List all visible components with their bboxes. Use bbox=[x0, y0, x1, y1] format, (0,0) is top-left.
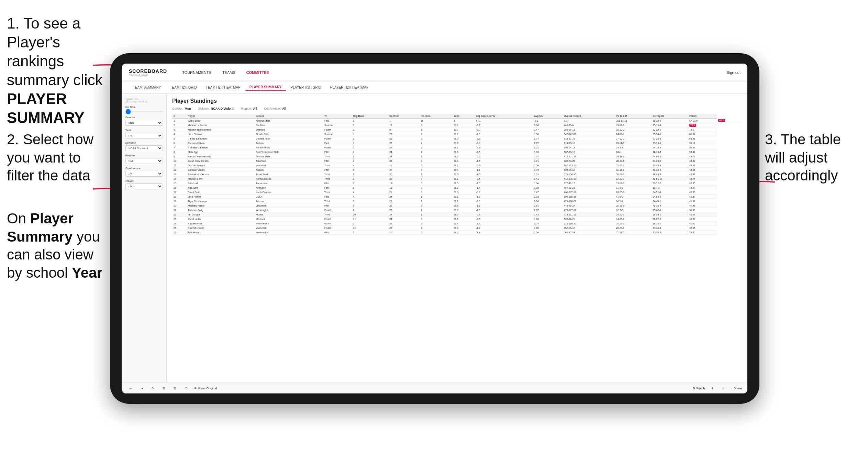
gender-display-value: Men bbox=[185, 107, 191, 110]
table-row[interactable]: 24Bastien AmatNew MexicoFourth127269.4-1… bbox=[172, 221, 742, 226]
col-wins: Wins bbox=[452, 114, 475, 119]
table-row[interactable]: 20Matthew RiedelVanderbiltFifth522068.8-… bbox=[172, 203, 742, 208]
col-player: Player bbox=[186, 114, 254, 119]
no-rds-label: No Rds. bbox=[125, 105, 163, 109]
step3-text: 3. The table will adjust accordingly bbox=[765, 131, 841, 184]
nav-teams[interactable]: TEAMS bbox=[218, 68, 240, 77]
download-button[interactable]: ⬇ bbox=[709, 386, 716, 391]
table-row[interactable]: 17David FordNorth CarolinaThird421069.0-… bbox=[172, 190, 742, 194]
table-row[interactable]: 2Michael Le SassoOle MissSecond118067.1-… bbox=[172, 123, 742, 127]
table-row[interactable]: 18Luke PowellUCLAFirst424169.1-1.81.1350… bbox=[172, 194, 742, 199]
refresh-button[interactable]: ⟳ bbox=[149, 386, 156, 391]
app-logo-sub: Powered by dippd bbox=[129, 74, 167, 76]
col-no-rds: No. Rds. bbox=[420, 114, 453, 119]
region-filter-label: Region bbox=[125, 154, 163, 157]
logo-area: SCOREBOARD Powered by dippd bbox=[129, 68, 167, 76]
table-row[interactable]: 3Michael ThorbjornsenStanfordFourth28168… bbox=[172, 127, 742, 132]
undo-button[interactable]: ↩ bbox=[127, 386, 134, 391]
table-row[interactable]: 9Preston SummerhaysArizona StateThird324… bbox=[172, 154, 742, 159]
year-filter-select[interactable]: (All) bbox=[125, 133, 163, 138]
redo-button[interactable]: ↪ bbox=[138, 386, 145, 391]
col-points: Points bbox=[688, 114, 717, 119]
player-filter-label: Player bbox=[125, 179, 163, 182]
division-display: Division: NCAA Division I bbox=[198, 107, 234, 110]
col-adj-score: Adj. Score to Par bbox=[475, 114, 533, 119]
table-row[interactable]: 4Luke ClantonFlorida StateSecond127268.2… bbox=[172, 132, 742, 136]
year-filter-label: Year bbox=[125, 129, 163, 132]
step2-bold2: Year bbox=[72, 265, 102, 281]
instruction-step2: 2. Select how you want to filter the dat… bbox=[7, 131, 100, 185]
table-row[interactable]: 5Christo LamprechtGeorgia TechFourth2212… bbox=[172, 136, 742, 141]
table-row[interactable]: 12Brendan ValdesAuburnFifth537068.4-1.11… bbox=[172, 168, 742, 172]
step1-bold: PLAYER SUMMARY bbox=[7, 90, 85, 126]
copy-button[interactable]: ⊞ bbox=[160, 386, 167, 391]
view-original-button[interactable]: 👁 View: Original bbox=[194, 387, 217, 390]
paste-button[interactable]: ⊟ bbox=[171, 386, 178, 391]
col-reg-rank: Reg Rank bbox=[352, 114, 388, 119]
nav-committee[interactable]: COMMITTEE bbox=[242, 68, 274, 77]
table-row[interactable]: 1Wenyi DingArizona StateFirst1115167.1-3… bbox=[172, 119, 742, 123]
tablet-screen: SCOREBOARD Powered by dippd TOURNAMENTS … bbox=[122, 64, 747, 393]
sub-nav-player-h2h-heatmap[interactable]: PLAYER H2H HEATMAP bbox=[326, 84, 373, 91]
section-title: Player Standings bbox=[172, 98, 742, 104]
gender-display: Gender: Men bbox=[172, 107, 191, 110]
col-vs-top50: Vs Top 50 bbox=[651, 114, 688, 119]
table-row[interactable]: 16Alex GoffKentuckyFifth819068.3-1.71.92… bbox=[172, 186, 742, 190]
table-row[interactable]: 14Maxwell FordNorth CarolinaThird123069.… bbox=[172, 177, 742, 181]
col-vs-top25: Vs Top 25 bbox=[615, 114, 652, 119]
conference-display-value: All bbox=[282, 107, 286, 110]
main-nav: TOURNAMENTS TEAMS COMMITTEE bbox=[177, 68, 727, 77]
step1-text: 1. To see a Player's rankings summary cl… bbox=[7, 15, 103, 88]
instruction-step2-note: On Player Summary you can also view by s… bbox=[7, 210, 103, 282]
table-row[interactable]: 15Jake HallTennesseeFifth718068.5-1.51.6… bbox=[172, 181, 742, 186]
filter-summary-row: Gender: Men Division: NCAA Division I Re… bbox=[172, 107, 742, 110]
table-row[interactable]: 22Ian GilliganFloridaThird1024168.7-0.81… bbox=[172, 212, 742, 217]
col-rank: # bbox=[172, 114, 186, 119]
app-logo: SCOREBOARD bbox=[129, 68, 167, 74]
sign-out-button[interactable]: Sign out bbox=[727, 70, 741, 75]
sub-nav-team-h2h-grid[interactable]: TEAM H2H GRID bbox=[166, 84, 201, 91]
division-display-label: Division: bbox=[198, 107, 210, 110]
col-avg-sg: Avg SG bbox=[533, 114, 563, 119]
table-row[interactable]: 21Taehoon SongWashingtonFourth623169.3-1… bbox=[172, 208, 742, 212]
table-row[interactable]: 23Jack LundinMissouriFourth1124068.6-0.5… bbox=[172, 217, 742, 221]
sub-nav-team-summary[interactable]: TEAM SUMMARY bbox=[129, 84, 165, 91]
col-school: School bbox=[254, 114, 323, 119]
table-row[interactable]: 6Jackson KoivunAuburnFirst127167.3-2.02.… bbox=[172, 141, 742, 145]
sub-nav-player-summary[interactable]: PLAYER SUMMARY bbox=[245, 84, 286, 91]
sub-nav-team-h2h-heatmap[interactable]: TEAM H2H HEATMAP bbox=[202, 84, 245, 91]
division-display-value: NCAA Division I bbox=[211, 107, 234, 110]
fullscreen-button[interactable]: ⤢ bbox=[720, 386, 727, 391]
view-label-text: View: Original bbox=[198, 387, 217, 390]
division-filter-select[interactable]: NCAA Division I bbox=[125, 145, 163, 151]
nav-tournaments[interactable]: TOURNAMENTS bbox=[177, 68, 216, 77]
step2-note-text: On Player Summary you can also view by s… bbox=[7, 210, 102, 281]
table-row[interactable]: 8Mats EgeEast Tennessee StateFifth124268… bbox=[172, 150, 742, 154]
player-filter-select[interactable]: (All) bbox=[125, 184, 163, 189]
gender-filter-select[interactable]: Men bbox=[125, 120, 163, 126]
region-display: Region: All bbox=[241, 107, 257, 110]
table-row[interactable]: 26Petr HrubyWashingtonFifth725068.6-1.81… bbox=[172, 230, 742, 235]
col-conf-rank: Conf Rk bbox=[388, 114, 420, 119]
region-display-value: All bbox=[253, 107, 257, 110]
share-button[interactable]: ↑ Share bbox=[731, 387, 742, 390]
region-filter-select[interactable]: N/A bbox=[125, 158, 163, 164]
no-rds-slider[interactable] bbox=[125, 111, 163, 112]
conference-display: Conference: All bbox=[264, 107, 286, 110]
table-row[interactable]: 25Cole SherwoodVanderbiltFourth1223169.3… bbox=[172, 226, 742, 230]
tablet-device: SCOREBOARD Powered by dippd TOURNAMENTS … bbox=[110, 53, 759, 404]
watch-button[interactable]: ⚙ Watch bbox=[692, 387, 705, 390]
app-content: Update time: 27/03/2024 16:56:26 No Rds.… bbox=[122, 94, 747, 382]
watch-label-text: Watch bbox=[696, 387, 705, 390]
table-row[interactable]: 10Jacob Skov OlesenArkansasFifth121068.4… bbox=[172, 159, 742, 163]
table-row[interactable]: 19Tiger ChristensenArizonaThird523269.2-… bbox=[172, 199, 742, 203]
conference-filter-select[interactable]: (All) bbox=[125, 171, 163, 177]
table-row[interactable]: 7Nicholas GabrelcikNorth FloridaFourth12… bbox=[172, 145, 742, 150]
table-row[interactable]: 11Gordon SargentVanderbiltThird421068.7-… bbox=[172, 163, 742, 168]
main-table-area: Player Standings Gender: Men Division: N… bbox=[167, 94, 747, 382]
clock-button[interactable]: ⏱ bbox=[182, 386, 190, 391]
table-row[interactable]: 13Phichaksn MaichonTexas A&MThird630169.… bbox=[172, 172, 742, 177]
step2-bold1: Player Summary bbox=[7, 210, 74, 245]
sub-nav-player-h2h-grid[interactable]: PLAYER H2H GRID bbox=[287, 84, 325, 91]
sub-nav: TEAM SUMMARY TEAM H2H GRID TEAM H2H HEAT… bbox=[122, 81, 747, 94]
